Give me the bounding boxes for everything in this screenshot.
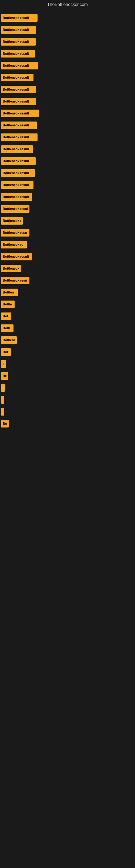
- bar-label: Bottleneck: [3, 267, 19, 271]
- bar-label: Bottle: [3, 303, 12, 306]
- bar-label: Bottleneck result: [3, 135, 29, 139]
- bar-row: Bottleneck result: [0, 107, 135, 119]
- bar-row: Bo: [0, 370, 135, 382]
- bottleneck-bar: Bo: [1, 420, 9, 428]
- bar-label: Bottleneck result: [3, 219, 21, 223]
- bar-label: Bottleneck result: [3, 159, 29, 163]
- bar-label: Bo: [3, 374, 6, 378]
- bottleneck-bar: B: [1, 384, 5, 392]
- bar-row: Bottlene: [0, 334, 135, 346]
- bar-row: Bottleneck result: [0, 191, 135, 203]
- bottleneck-bar: Bottlen: [1, 289, 18, 296]
- bar-row: Bottleneck result: [0, 60, 135, 72]
- bar-label: Bottleneck re: [3, 243, 23, 247]
- bar-row: Bottlen: [0, 286, 135, 299]
- bar-label: Bottlene: [3, 338, 15, 342]
- bar-row: Bottleneck result: [0, 24, 135, 36]
- bar-row: Bottleneck result: [0, 179, 135, 191]
- bar-label: Bottleneck result: [3, 64, 29, 67]
- bar-row: Bottleneck result: [0, 251, 135, 262]
- bar-row: Bottleneck result: [0, 12, 135, 24]
- site-title: TheBottlenecker.com: [0, 0, 135, 9]
- bottleneck-bar: Bottleneck result: [1, 181, 34, 189]
- bar-label: Bottleneck resu: [3, 279, 27, 282]
- bar-label: Bo: [3, 422, 7, 426]
- bottleneck-bar: Bottleneck result: [1, 26, 36, 34]
- bottleneck-bar: Bottleneck: [1, 265, 21, 272]
- bottleneck-bar: Bottleneck result: [1, 205, 30, 213]
- bar-row: Bottleneck result: [0, 119, 135, 131]
- bottleneck-bar: Bottleneck result: [1, 169, 35, 177]
- bottleneck-bar: Bo: [1, 372, 8, 380]
- bottleneck-bar: Bottleneck result: [1, 62, 38, 69]
- bars-container: Bottleneck resultBottleneck resultBottle…: [0, 9, 135, 432]
- bar-label: Bottleneck result: [3, 112, 29, 115]
- bar-row: Bottleneck result: [0, 143, 135, 155]
- bar-row: [0, 406, 135, 418]
- bottleneck-bar: B: [1, 360, 6, 368]
- bar-row: Bot: [0, 346, 135, 358]
- bar-row: Bottleneck result: [0, 84, 135, 95]
- bar-row: Bottleneck resu: [0, 227, 135, 239]
- bar-row: Bottleneck: [0, 262, 135, 275]
- bar-row: Bot: [0, 310, 135, 322]
- bar-label: Bottleneck result: [3, 183, 29, 187]
- bar-label: Bottleneck result: [3, 16, 29, 20]
- bottleneck-bar: Bottleneck result: [1, 193, 32, 201]
- bottleneck-bar: Bottleneck result: [1, 122, 37, 129]
- bar-label: Bottleneck result: [3, 171, 29, 175]
- bar-row: Bottleneck resu: [0, 275, 135, 286]
- bar-label: Bottlen: [3, 290, 14, 294]
- bar-label: Bottleneck result: [3, 147, 29, 151]
- bar-label: B: [3, 362, 4, 366]
- bottleneck-bar: Bottleneck result: [1, 145, 33, 153]
- bar-label: Bottleneck result: [3, 88, 29, 91]
- bar-label: Bottleneck result: [3, 123, 29, 127]
- bar-label: Bottleneck result: [3, 195, 29, 199]
- bar-row: Bottleneck result: [0, 48, 135, 60]
- bar-row: Bottleneck result: [0, 203, 135, 215]
- bottleneck-bar: Bottleneck result: [1, 98, 36, 105]
- bar-row: Bottleneck result: [0, 167, 135, 179]
- bottleneck-bar: Bottleneck result: [1, 253, 32, 260]
- bar-row: Bottle: [0, 299, 135, 310]
- bar-row: Bottleneck result: [0, 72, 135, 84]
- bar-row: Bottleneck result: [0, 155, 135, 167]
- bar-label: B: [3, 386, 3, 390]
- bottleneck-bar: Bottleneck result: [1, 38, 36, 45]
- bottleneck-bar: [1, 396, 4, 404]
- bar-label: Bottleneck result: [3, 255, 29, 258]
- bar-label: Bot: [3, 350, 8, 354]
- bottleneck-bar: Bottlene: [1, 336, 17, 344]
- bar-label: Bottl: [3, 326, 10, 330]
- bar-label: Bottleneck resu: [3, 231, 27, 235]
- bar-label: Bottleneck result: [3, 52, 29, 56]
- bottleneck-bar: Bottleneck result: [1, 74, 34, 82]
- bar-label: Bot: [3, 314, 8, 318]
- bottleneck-bar: Bottleneck result: [1, 157, 36, 165]
- bottleneck-bar: Bottleneck re: [1, 241, 27, 248]
- bar-row: Bottleneck result: [0, 36, 135, 48]
- bottleneck-bar: Bottleneck result: [1, 217, 23, 225]
- bottleneck-bar: Bottleneck result: [1, 110, 39, 117]
- bar-row: Bottl: [0, 322, 135, 334]
- bar-label: Bottleneck result: [3, 40, 29, 44]
- bottleneck-bar: Bottleneck result: [1, 133, 38, 141]
- bar-row: B: [0, 358, 135, 370]
- bar-label: Bottleneck result: [3, 207, 28, 211]
- bottleneck-bar: Bottleneck resu: [1, 229, 30, 237]
- bar-label: Bottleneck result: [3, 76, 29, 80]
- bar-row: Bottleneck re: [0, 239, 135, 251]
- bar-label: Bottleneck result: [3, 99, 29, 103]
- bar-row: B: [0, 382, 135, 394]
- bottleneck-bar: Bottleneck result: [1, 14, 38, 22]
- bar-row: [0, 394, 135, 406]
- bar-row: Bottleneck result: [0, 131, 135, 143]
- bar-label: Bottleneck result: [3, 28, 29, 32]
- bar-row: Bo: [0, 418, 135, 430]
- bottleneck-bar: Bot: [1, 312, 11, 320]
- bottleneck-bar: Bot: [1, 348, 11, 356]
- bottleneck-bar: Bottleneck resu: [1, 277, 30, 284]
- bottleneck-bar: Bottle: [1, 301, 14, 308]
- bottleneck-bar: [1, 408, 4, 415]
